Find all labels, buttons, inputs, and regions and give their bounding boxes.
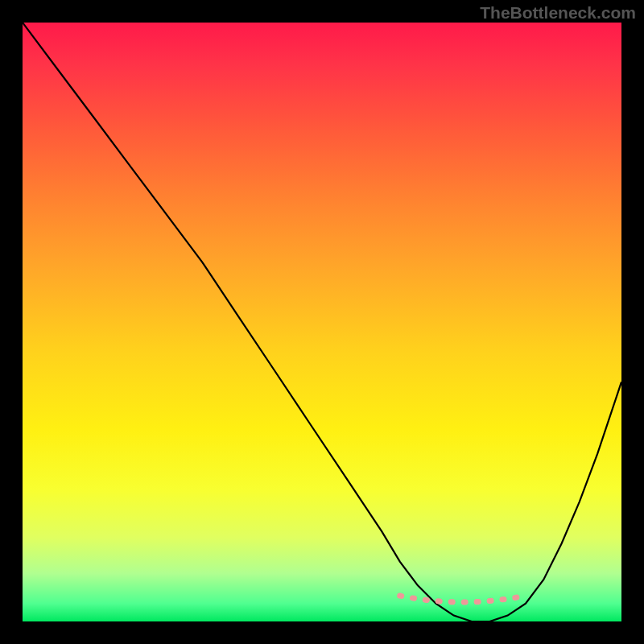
chart-svg	[23, 23, 621, 621]
chart-curve-line	[23, 23, 621, 621]
flat-region-marker	[400, 596, 526, 602]
chart-plot-area	[23, 23, 621, 621]
watermark-text: TheBottleneck.com	[480, 3, 636, 23]
